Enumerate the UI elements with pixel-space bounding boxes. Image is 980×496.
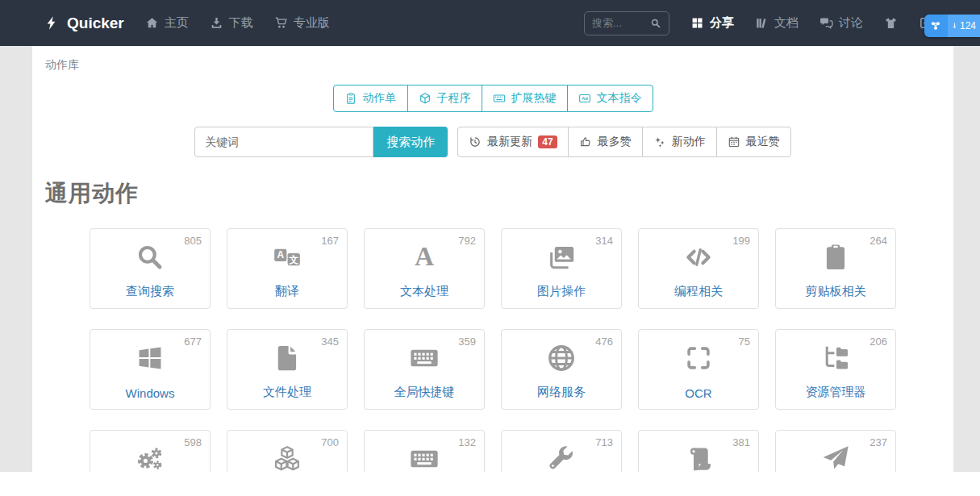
category-card[interactable]: 314图片操作 [501,228,622,309]
tab-extended-hotkey[interactable]: 扩展热键 [482,85,568,112]
filter-label: 新动作 [672,135,706,149]
gears-icon [135,444,165,472]
card-label[interactable]: 网络服务 [502,385,621,400]
folder-tree-icon [820,343,851,373]
shirt-icon [884,16,898,30]
card-count: 700 [321,436,339,448]
category-card[interactable]: 206资源管理器 [775,329,896,410]
section-title: 通用动作 [45,178,953,209]
tab-label: 文本指令 [597,91,642,106]
category-card[interactable]: 359全局快捷键 [364,329,485,410]
navbar-search-input[interactable] [592,17,647,29]
card-count: 264 [869,235,887,247]
keyboard-icon [409,444,440,472]
search-row: 搜索动作 最新更新47最多赞新动作最近赞 [32,127,953,157]
tab-text-command[interactable]: Ad文本指令 [567,85,653,112]
card-count: 75 [739,336,750,348]
breadcrumb: 动作库 [32,46,953,73]
nav-item-label: 主页 [165,15,189,31]
keyboard-outline-icon [493,92,506,105]
globe-icon [546,343,577,373]
tab-action-list[interactable]: 动作单 [333,85,408,112]
card-count: 132 [458,436,476,448]
nav-item-download[interactable]: 下载 [210,15,253,31]
category-card[interactable]: 677Windows [90,329,211,410]
category-card[interactable]: 132 [364,430,485,472]
keyword-input[interactable] [194,127,373,157]
nav-item-gift[interactable] [884,16,898,30]
category-card-grid: 805查询搜索A文167翻译A792文本处理314图片操作199编程相关264剪… [90,228,896,472]
filter-latest-updates[interactable]: 最新更新47 [457,127,568,157]
letter-a-icon: A [409,242,440,273]
search-actions-button[interactable]: 搜索动作 [373,127,448,157]
category-card[interactable]: 713 [501,430,622,472]
scan-icon [683,343,714,373]
nav-item-docs[interactable]: 文档 [755,15,799,31]
tab-subprogram[interactable]: 子程序 [407,85,482,112]
nav-item-home[interactable]: 主页 [145,15,189,31]
filter-label: 最新更新 [487,135,532,149]
home-icon [145,16,159,30]
chat-icon [819,16,833,30]
translate-icon: A文 [272,242,302,273]
category-card[interactable]: 75OCR [638,329,759,410]
card-label[interactable]: Windows [90,386,210,400]
navbar-search-box [584,11,669,35]
card-count: 381 [732,436,750,448]
category-card[interactable]: 700 [227,430,348,472]
box-icon [419,92,432,105]
category-card[interactable]: 264剪贴板相关 [775,228,896,309]
category-card[interactable]: 805查询搜索 [90,228,211,309]
code-icon [683,242,714,273]
windows-icon [135,343,165,373]
card-count: 792 [458,235,476,247]
card-label[interactable]: 查询搜索 [90,284,210,299]
cart-icon [274,16,288,30]
card-label[interactable]: 全局快捷键 [365,385,484,400]
calendar-icon [728,135,740,148]
svg-text:Ad: Ad [582,96,588,101]
card-label[interactable]: 编程相关 [639,284,758,299]
card-label[interactable]: 图片操作 [502,284,621,299]
sparkles-icon [653,135,666,148]
card-label[interactable]: 文本处理 [365,284,484,299]
card-count: 598 [184,436,202,448]
filter-label: 最多赞 [598,135,632,149]
filter-most-liked[interactable]: 最多赞 [568,127,643,157]
brand[interactable]: Quicker [44,15,124,32]
card-label[interactable]: 翻译 [227,284,347,299]
category-card[interactable]: 199编程相关 [638,228,759,309]
category-card[interactable]: A792文本处理 [364,228,485,309]
extension-badge[interactable]: 124 [924,15,980,37]
card-label[interactable]: 文件处理 [227,385,347,400]
svg-text:A: A [415,242,434,271]
nav-item-label: 专业版 [294,15,330,31]
search-icon [135,242,165,273]
category-card[interactable]: 381 [638,430,759,472]
nav-item-pro-version[interactable]: 专业版 [274,15,330,31]
bolt-icon [44,15,60,31]
nav-item-share[interactable]: 分享 [690,15,734,31]
filter-recently-liked[interactable]: 最近赞 [716,127,791,157]
search-icon[interactable] [650,18,661,29]
category-card[interactable]: A文167翻译 [227,228,348,309]
category-card[interactable]: 476网络服务 [501,329,622,410]
tab-label: 子程序 [437,91,471,106]
category-card[interactable]: 598 [90,430,211,472]
card-label[interactable]: OCR [639,386,758,400]
nav-item-label: 讨论 [839,15,863,31]
card-label[interactable]: 剪贴板相关 [776,284,895,299]
clipboard-icon [820,242,851,273]
card-label[interactable]: 资源管理器 [776,385,895,400]
paper-plane-icon [820,444,851,472]
category-card[interactable]: 237 [775,430,896,472]
nav-item-discuss[interactable]: 讨论 [819,15,863,31]
tab-label: 扩展热键 [511,91,557,106]
arrow-down-icon [950,22,959,31]
ad-icon: Ad [578,92,591,105]
filter-new-actions[interactable]: 新动作 [642,127,717,157]
card-count: 237 [869,436,887,448]
category-card[interactable]: 345文件处理 [227,329,348,410]
file-icon [272,343,302,373]
card-count: 476 [595,336,613,348]
